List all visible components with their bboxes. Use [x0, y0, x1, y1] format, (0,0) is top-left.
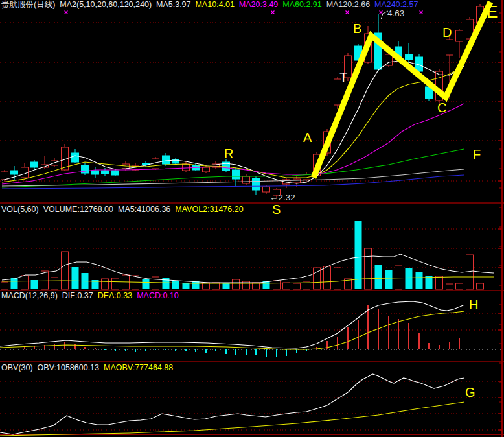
volume-bar: [223, 283, 230, 289]
swing-label-e: E: [487, 2, 498, 21]
candle-body: [293, 179, 301, 183]
volume-bar: [253, 283, 260, 289]
volume-bar: [152, 277, 159, 289]
candle-body: [263, 187, 270, 192]
price-annotation: ←2.32: [269, 193, 295, 202]
volume-bar: [31, 280, 38, 289]
candle-body: [92, 171, 99, 174]
volume-bar: [477, 283, 484, 289]
volume-bar: [143, 279, 150, 289]
swing-label-d: D: [442, 25, 452, 40]
obv-label-g: G: [465, 385, 475, 399]
swing-label-f: F: [473, 147, 481, 161]
volume-bar: [212, 283, 220, 289]
candle-body: [72, 153, 79, 162]
macd-label-h: H: [469, 298, 478, 312]
volume-bar: [112, 278, 119, 289]
main-indicator-header: 贵航股份(日线) MA2(5,10,20,60,120,240) MA5:3.9…: [1, 0, 418, 9]
price-annotation: 4.63: [387, 8, 404, 18]
volume-indicator-header: VOL(5,60) VOLUME:12768.00 MA5:41006.36 M…: [1, 205, 244, 214]
swing-label-t: T: [339, 70, 347, 84]
volume-bar: [62, 252, 69, 289]
stock-chart-canvas[interactable]: HG4.63←2.32RSTABCDEF贵航股份(日线) MA2(5,10,20…: [0, 0, 504, 437]
volume-bar: [51, 278, 58, 289]
volume-bar: [21, 276, 29, 289]
volume-bar: [293, 283, 301, 289]
volume-bar: [183, 283, 190, 289]
macd-indicator-header: MACD(12,26,9) DIF:0.37 DEA:0.33 MACD:0.1…: [1, 291, 179, 300]
volume-bar: [41, 271, 49, 289]
candle-body: [243, 176, 250, 183]
swing-label-b: B: [353, 21, 361, 36]
candle-body: [203, 167, 210, 172]
candle-body: [183, 164, 190, 171]
volume-bar: [324, 266, 331, 289]
candle-body: [456, 30, 463, 41]
swing-label-r: R: [224, 147, 233, 161]
volume-bar: [456, 283, 463, 289]
candle-body: [163, 156, 170, 164]
volume-bar: [426, 276, 433, 289]
candle-body: [253, 178, 260, 190]
volume-bar: [416, 272, 423, 289]
volume-bar: [172, 281, 179, 289]
volume-bar: [11, 278, 18, 289]
swing-label-c: C: [437, 100, 446, 115]
candle-body: [112, 171, 119, 175]
swing-label-a: A: [303, 130, 312, 145]
stock-chart-window: 贵航股份(日线) HG4.63←2.32RSTABCDEF贵航股份(日线) MA…: [0, 0, 504, 437]
volume-bar: [395, 266, 402, 289]
volume-bar: [375, 265, 382, 289]
candle-body: [446, 40, 453, 55]
swing-label-s: S: [272, 202, 281, 217]
volume-bar: [436, 276, 443, 289]
obv-indicator-header: OBV(30) OBV:1058600.13 MAOBV:777464.88: [1, 363, 173, 372]
volume-bar: [233, 279, 240, 289]
volume-bar: [203, 283, 210, 289]
candle-body: [31, 162, 38, 167]
volume-bar: [263, 281, 270, 289]
volume-bar: [334, 268, 341, 289]
candle-body: [406, 54, 413, 60]
candle-body: [11, 171, 18, 174]
volume-bar: [365, 248, 372, 289]
candle-body: [1, 172, 8, 180]
candle-body: [233, 170, 240, 179]
volume-bar: [385, 270, 393, 289]
volume-bar: [102, 279, 109, 289]
candle-body: [102, 171, 109, 174]
volume-bar: [1, 282, 8, 289]
volume-bar: [72, 267, 79, 289]
candle-body: [82, 165, 89, 173]
volume-bar: [283, 283, 290, 289]
volume-bar: [406, 268, 413, 289]
volume-bar: [446, 284, 453, 289]
volume-bar: [273, 281, 281, 289]
volume-bar: [192, 281, 200, 289]
